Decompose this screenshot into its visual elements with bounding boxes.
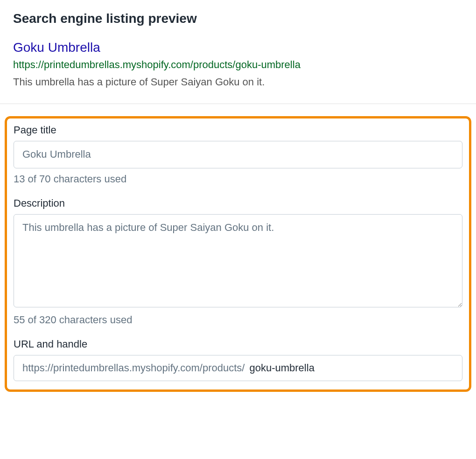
preview-title: Goku Umbrella [13,39,463,56]
page-title-input[interactable] [14,141,462,168]
url-handle-field-group: URL and handle https://printedumbrellas.… [14,338,462,381]
seo-form-highlight: Page title 13 of 70 characters used Desc… [5,116,471,392]
url-handle-input[interactable] [249,362,454,374]
url-prefix: https://printedumbrellas.myshopify.com/p… [22,362,245,374]
divider [0,104,476,104]
section-title: Search engine listing preview [13,11,463,26]
page-title-label: Page title [14,124,462,136]
description-field-group: Description 55 of 320 characters used [14,197,462,326]
preview-url: https://printedumbrellas.myshopify.com/p… [13,58,463,72]
url-handle-label: URL and handle [14,338,462,350]
description-textarea[interactable] [14,214,462,307]
page-title-field-group: Page title 13 of 70 characters used [14,124,462,185]
description-char-count: 55 of 320 characters used [14,314,462,326]
url-handle-input-wrap[interactable]: https://printedumbrellas.myshopify.com/p… [14,355,462,381]
preview-description: This umbrella has a picture of Super Sai… [13,75,463,90]
seo-preview-block: Goku Umbrella https://printedumbrellas.m… [13,39,463,90]
page-title-char-count: 13 of 70 characters used [14,173,462,185]
description-label: Description [14,197,462,209]
